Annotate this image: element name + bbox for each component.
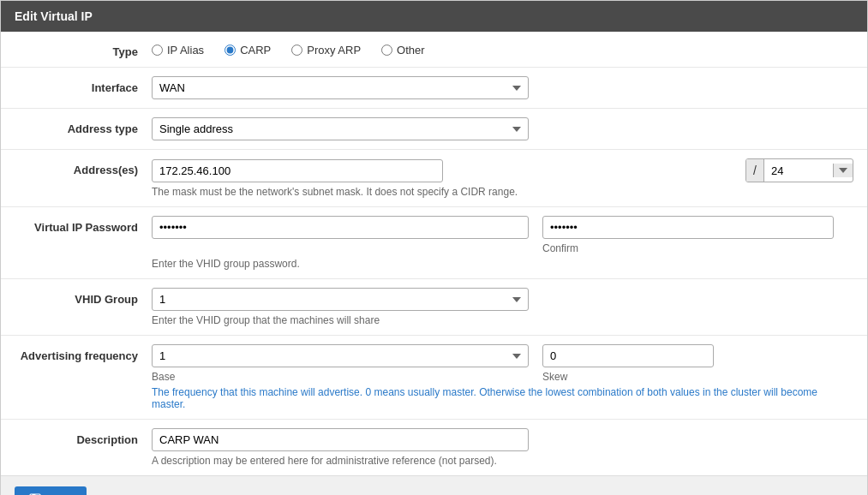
type-option-proxy-arp-label: Proxy ARP — [307, 44, 361, 57]
skew-label: Skew — [542, 371, 714, 383]
virtual-ip-password-row: Virtual IP Password Confirm Enter the VH… — [1, 207, 867, 279]
vhid-group-row: VHID Group 1 Enter the VHID group that t… — [1, 279, 867, 336]
type-row: Type IP Alias CARP Proxy ARP — [1, 32, 867, 68]
address-input-row: / — [152, 158, 853, 182]
advertising-frequency-content: 1 Base Skew The frequency that this mach… — [152, 344, 853, 410]
type-option-other[interactable]: Other — [381, 44, 425, 57]
advertising-frequency-label: Advertising frequency — [15, 344, 152, 362]
type-option-other-label: Other — [397, 44, 425, 57]
advertising-frequency-row: Advertising frequency 1 Base Skew The fr… — [1, 336, 867, 420]
vhid-group-content: 1 Enter the VHID group that the machines… — [152, 288, 853, 326]
address-input[interactable] — [152, 159, 443, 182]
skew-input[interactable] — [542, 344, 714, 367]
type-radio-proxy-arp[interactable] — [291, 45, 302, 56]
edit-virtual-ip-dialog: Edit Virtual IP Type IP Alias CARP — [0, 0, 868, 495]
skew-field-group: Skew — [542, 344, 714, 383]
type-radio-ip-alias[interactable] — [152, 45, 163, 56]
chevron-down-icon — [839, 168, 847, 173]
cidr-box: / — [745, 158, 853, 182]
description-help-text: A description may be entered here for ad… — [152, 455, 853, 467]
address-type-select[interactable]: Single address — [152, 117, 529, 140]
base-select[interactable]: 1 — [152, 344, 529, 367]
virtual-ip-password-label: Virtual IP Password — [15, 216, 152, 234]
dialog-header: Edit Virtual IP — [1, 1, 867, 32]
dialog-body: Type IP Alias CARP Proxy ARP — [1, 32, 867, 475]
cidr-slash: / — [746, 159, 764, 182]
password-input[interactable] — [152, 216, 529, 239]
interface-select[interactable]: WAN — [152, 76, 529, 99]
advertising-frequency-help-text: The frequency that this machine will adv… — [152, 386, 853, 410]
interface-row: Interface WAN — [1, 68, 867, 109]
description-content: A description may be entered here for ad… — [152, 428, 853, 467]
type-option-carp-label: CARP — [240, 44, 271, 57]
type-radio-other[interactable] — [381, 45, 392, 56]
addresses-content: / The mask must be the network's subnet … — [152, 158, 853, 198]
addresses-row: Address(es) / The mask mu — [1, 150, 867, 207]
password-field-group — [152, 216, 529, 254]
confirm-label: Confirm — [542, 242, 834, 254]
addresses-label: Address(es) — [15, 158, 152, 176]
interface-content: WAN — [152, 76, 853, 99]
type-radio-group: IP Alias CARP Proxy ARP Other — [152, 40, 853, 57]
password-confirm-group: Confirm — [542, 216, 834, 254]
password-confirm-input[interactable] — [542, 216, 834, 239]
type-option-carp[interactable]: CARP — [224, 44, 271, 57]
type-option-ip-alias[interactable]: IP Alias — [152, 44, 204, 57]
password-help-text: Enter the VHID group password. — [152, 258, 853, 270]
password-input-row: Confirm — [152, 216, 853, 254]
cidr-dropdown-button[interactable] — [833, 164, 853, 177]
vhid-group-select[interactable]: 1 — [152, 288, 529, 311]
cidr-input[interactable] — [764, 160, 833, 182]
interface-label: Interface — [15, 76, 152, 94]
description-row: Description A description may be entered… — [1, 420, 867, 475]
base-label: Base — [152, 371, 529, 383]
type-content: IP Alias CARP Proxy ARP Other — [152, 40, 853, 57]
address-type-content: Single address — [152, 117, 853, 140]
type-label: Type — [15, 40, 152, 58]
type-option-ip-alias-label: IP Alias — [167, 44, 204, 57]
base-field-group: 1 Base — [152, 344, 529, 383]
address-type-label: Address type — [15, 117, 152, 135]
address-type-row: Address type Single address — [1, 109, 867, 150]
dialog-footer: Save — [1, 475, 867, 495]
addresses-help-text: The mask must be the network's subnet ma… — [152, 186, 853, 198]
vhid-group-label: VHID Group — [15, 288, 152, 306]
vhid-group-help-text: Enter the VHID group that the machines w… — [152, 314, 853, 326]
description-input[interactable] — [152, 428, 529, 451]
type-radio-carp[interactable] — [224, 45, 236, 56]
virtual-ip-password-content: Confirm Enter the VHID group password. — [152, 216, 853, 270]
dialog-title: Edit Virtual IP — [15, 9, 93, 23]
adv-freq-inputs: 1 Base Skew — [152, 344, 853, 383]
description-label: Description — [15, 428, 152, 446]
save-button[interactable]: Save — [15, 486, 87, 495]
type-option-proxy-arp[interactable]: Proxy ARP — [291, 44, 361, 57]
